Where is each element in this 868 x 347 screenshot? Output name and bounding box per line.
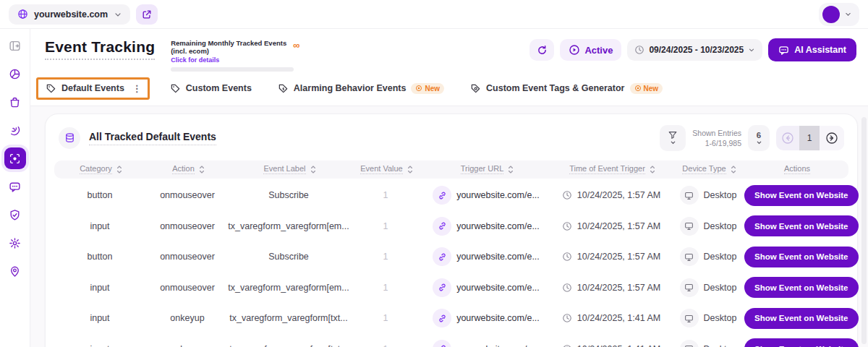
cell-trigger-url[interactable]: yourwebsite.com/e...: [422, 186, 550, 205]
page-size-select[interactable]: 6: [748, 125, 770, 151]
tab-bar: Default Events ⋮ Custom Events Alarming …: [30, 74, 868, 106]
column-header[interactable]: Event Label: [229, 164, 351, 174]
new-dot-icon: [415, 85, 422, 92]
cell-actions: Show Event on Website: [744, 215, 859, 236]
cell-time: 10/24/2025, 1:41 AM: [550, 313, 672, 323]
cell-event-label: tx_varegform_varegform[txt...: [228, 313, 349, 323]
account-menu[interactable]: [819, 3, 859, 26]
header-actions: Active 09/24/2025 - 10/23/2025 AI Assist…: [529, 38, 856, 61]
link-icon: [433, 217, 451, 236]
sidebar-item-settings[interactable]: [4, 232, 26, 254]
sort-icon[interactable]: [116, 165, 123, 174]
tab-alarming-behavior-events[interactable]: Alarming Behavior Events New: [272, 80, 450, 98]
filter-button[interactable]: [660, 125, 686, 151]
previous-page-button[interactable]: [776, 126, 799, 150]
cell-category: button: [53, 190, 147, 200]
show-event-button[interactable]: Show Event on Website: [744, 308, 859, 329]
show-event-button[interactable]: Show Event on Website: [744, 247, 859, 267]
tab-custom-events[interactable]: Custom Events: [164, 80, 258, 98]
sidebar-item-privacy[interactable]: [4, 204, 26, 226]
shield-check-icon: [9, 209, 21, 221]
table-body: button onmouseover Subscribe 1 yourwebsi…: [53, 180, 850, 347]
pagination: 1: [776, 126, 844, 150]
sidebar-item-communication[interactable]: [4, 176, 26, 197]
column-header[interactable]: Action: [148, 164, 229, 174]
column-header[interactable]: Category: [54, 164, 148, 174]
tab-default-events[interactable]: Default Events ⋮: [36, 77, 150, 100]
tab-label: Custom Events: [186, 83, 252, 93]
show-event-button[interactable]: Show Event on Website: [744, 338, 859, 347]
tag-alert-icon: [278, 83, 289, 94]
column-header[interactable]: Actions: [746, 164, 848, 174]
gear-icon: [9, 237, 21, 249]
next-page-button[interactable]: [820, 126, 844, 150]
sort-icon[interactable]: [407, 165, 414, 174]
tracking-status-button[interactable]: Active: [560, 39, 621, 61]
cell-category: input: [53, 221, 147, 231]
tag-icon: [170, 83, 181, 94]
column-header[interactable]: Trigger URL: [423, 164, 552, 174]
sort-icon[interactable]: [507, 165, 514, 174]
monitor-icon: [680, 340, 699, 347]
cell-event-value: 1: [349, 221, 422, 231]
link-icon: [433, 247, 451, 266]
tracked-events-card: All Tracked Default Events Shown Entries…: [45, 113, 858, 347]
date-range-picker[interactable]: 09/24/2025 - 10/23/2025: [627, 39, 762, 61]
ai-assistant-button[interactable]: AI Assistant: [768, 38, 856, 61]
sort-icon[interactable]: [649, 165, 656, 174]
cell-device: Desktop: [672, 247, 744, 266]
tab-options-kebab-icon[interactable]: ⋮: [132, 83, 142, 94]
tab-label: Default Events: [61, 83, 124, 93]
chevron-down-icon: [748, 46, 755, 53]
cell-trigger-url[interactable]: yourwebsite.com/e...: [422, 247, 550, 266]
cell-event-label: Subscribe: [228, 190, 349, 200]
refresh-button[interactable]: [529, 39, 554, 61]
table-header-row: Category Action Event Label Event Value …: [54, 160, 848, 179]
behavior-wave-icon: [9, 124, 21, 137]
globe-icon: [17, 9, 28, 20]
cell-time: 10/24/2025, 1:57 AM: [550, 221, 672, 231]
clock-icon: [562, 313, 572, 323]
vertical-scrollbar[interactable]: [861, 117, 867, 344]
ai-chat-icon: [778, 45, 789, 56]
remaining-progress-bar: [171, 67, 294, 72]
cell-action: onkeyup: [147, 344, 228, 347]
cell-trigger-url[interactable]: yourwebsite.com/e...: [422, 340, 550, 347]
show-event-button[interactable]: Show Event on Website: [744, 185, 859, 206]
chevron-down-icon: [756, 140, 762, 145]
sidebar-item-analytics[interactable]: [4, 63, 26, 85]
cell-actions: Show Event on Website: [744, 338, 859, 347]
column-header[interactable]: Time of Event Trigger: [552, 164, 673, 174]
tab-label: Custom Event Tags & Generator: [486, 83, 624, 93]
current-page: 1: [799, 126, 820, 150]
sort-icon[interactable]: [198, 165, 205, 174]
date-range-label: 09/24/2025 - 10/23/2025: [649, 45, 744, 55]
website-selector[interactable]: yourwebsite.com: [9, 4, 130, 25]
cell-device: Desktop: [672, 217, 744, 236]
column-header[interactable]: Event Value: [351, 164, 423, 174]
click-for-details-link[interactable]: Click for details: [171, 56, 299, 64]
cell-trigger-url[interactable]: yourwebsite.com/e...: [422, 309, 550, 327]
sidebar-item-visitor-location[interactable]: [4, 260, 26, 282]
sort-icon[interactable]: [730, 165, 737, 174]
card-title: All Tracked Default Events: [89, 131, 216, 145]
show-event-button[interactable]: Show Event on Website: [744, 215, 859, 236]
show-event-button[interactable]: Show Event on Website: [744, 277, 859, 298]
sidebar-item-ecommerce[interactable]: [4, 91, 26, 113]
cell-trigger-url[interactable]: yourwebsite.com/e...: [422, 217, 550, 236]
sidebar: [0, 29, 30, 347]
remaining-events-label: Remaining Monthly Tracked Events (incl. …: [171, 40, 290, 56]
cell-trigger-url[interactable]: yourwebsite.com/e...: [422, 278, 550, 297]
chevron-down-icon: [844, 10, 852, 18]
card-controls: Shown Entries 1-6/19,985 6 1: [660, 125, 844, 151]
open-website-button[interactable]: [136, 4, 158, 25]
sort-icon[interactable]: [310, 165, 317, 174]
remaining-events-widget[interactable]: Remaining Monthly Tracked Events (incl. …: [171, 40, 299, 72]
tab-custom-event-tags-generator[interactable]: Custom Event Tags & Generator New: [464, 80, 668, 98]
column-header[interactable]: Device Type: [673, 164, 746, 174]
sidebar-item-behavior[interactable]: [4, 119, 26, 141]
status-label: Active: [584, 45, 613, 56]
sidebar-item-event-tracking[interactable]: [4, 147, 26, 169]
sidebar-item-collapse-panel[interactable]: [4, 35, 26, 56]
clock-icon: [562, 221, 572, 231]
